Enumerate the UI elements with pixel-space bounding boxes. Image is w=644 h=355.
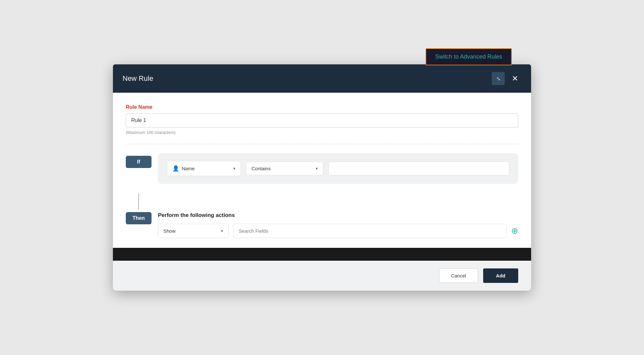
perform-actions-label: Perform the following actions (158, 212, 518, 219)
modal-footer: Cancel Add (113, 261, 531, 291)
if-rule-section: If 👤 Name ▾ Contains ▾ (126, 153, 518, 184)
header-actions: ⤡ ✕ (492, 72, 521, 85)
chevron-down-icon: ▾ (233, 166, 235, 171)
condition-row: 👤 Name ▾ Contains ▾ (167, 161, 509, 176)
condition-field-label: Name (182, 166, 195, 171)
cancel-button[interactable]: Cancel (439, 268, 478, 283)
section-divider (126, 144, 518, 144)
chevron-down-icon: ▾ (316, 166, 318, 171)
rule-name-label: Rule Name (126, 104, 518, 110)
condition-operator-label: Contains (252, 166, 271, 171)
action-row: Show ▾ ⊕ (158, 224, 518, 238)
compress-button[interactable]: ⤡ (492, 72, 505, 85)
then-badge: Then (126, 212, 152, 224)
char-limit-hint: (Maximum 100 characters) (126, 130, 518, 135)
rule-name-input[interactable] (126, 113, 518, 127)
add-field-button[interactable]: ⊕ (511, 226, 518, 236)
chevron-down-icon: ▾ (221, 229, 223, 233)
compress-icon: ⤡ (496, 76, 501, 82)
condition-field-selector[interactable]: 👤 Name ▾ (167, 161, 241, 176)
close-button[interactable]: ✕ (509, 72, 521, 85)
search-fields-input[interactable] (233, 224, 507, 238)
modal-header: New Rule ⤡ ✕ (113, 64, 531, 93)
add-button[interactable]: Add (483, 268, 518, 283)
switch-to-advanced-rules-button[interactable]: Switch to Advanced Rules (426, 48, 512, 65)
condition-operator-selector[interactable]: Contains ▾ (246, 162, 323, 175)
new-rule-modal: Switch to Advanced Rules New Rule ⤡ ✕ Ru… (113, 64, 531, 291)
then-content: Perform the following actions Show ▾ ⊕ (158, 210, 518, 238)
action-type-selector[interactable]: Show ▾ (158, 224, 229, 238)
if-then-connector-line (138, 193, 139, 210)
if-badge: If (126, 156, 152, 168)
if-condition-area: 👤 Name ▾ Contains ▾ (158, 153, 518, 184)
modal-title: New Rule (123, 74, 153, 83)
close-icon: ✕ (512, 74, 518, 83)
rule-section-wrapper: If 👤 Name ▾ Contains ▾ (126, 153, 518, 248)
person-icon: 👤 (172, 165, 179, 172)
plus-circle-icon: ⊕ (511, 226, 518, 236)
action-type-label: Show (163, 228, 176, 234)
condition-value-input[interactable] (328, 162, 509, 175)
modal-body: Rule Name (Maximum 100 characters) If 👤 … (113, 93, 531, 248)
then-rule-section: Then Perform the following actions Show … (126, 210, 518, 238)
